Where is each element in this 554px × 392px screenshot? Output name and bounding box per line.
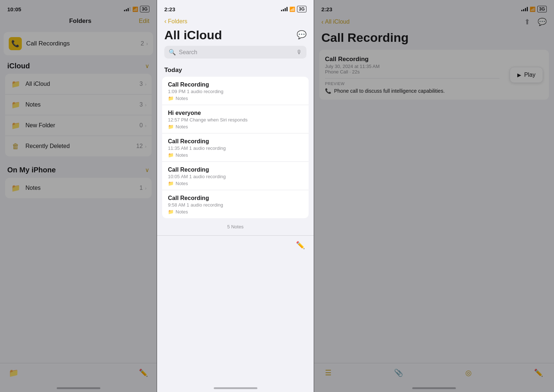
status-time-2: 2:23 — [164, 6, 175, 12]
note-row-0[interactable]: Call Recording 1:09 PM 1 audio recording… — [162, 77, 309, 105]
folder-icon-all-icloud: 📁 — [10, 79, 21, 89]
note-title-4: Call Recording — [168, 195, 303, 201]
note-folder-row-3: 📁 Notes — [168, 181, 303, 186]
status-icons-3: 📶 3G — [521, 6, 547, 12]
status-bar-2: 2:23 📶 3G — [157, 0, 314, 16]
edit-button[interactable]: Edit — [139, 17, 149, 25]
folder-row-recently-deleted[interactable]: 🗑 Recently Deleted 12 › — [5, 136, 152, 156]
note-title-1: Hi everyone — [168, 110, 303, 116]
folder-count-all-icloud: 3 — [140, 81, 143, 87]
folder-row-new-folder[interactable]: 📁 New Folder 0 › — [5, 115, 152, 136]
folder-chevron-all-icloud: › — [145, 81, 146, 87]
call-recordings-count: 2 — [141, 40, 144, 47]
battery-icon-1: 3G — [140, 6, 149, 12]
folder-count-new-folder: 0 — [140, 122, 143, 129]
icloud-folder-list: 📁 All iCloud 3 › 📁 Notes 3 › 📁 New Folde… — [5, 74, 152, 156]
panel-all-icloud: 2:23 📶 3G ‹ Folders All iCloud 💬 🔍 Searc… — [157, 0, 314, 392]
mic-icon-2[interactable]: 🎙 — [296, 49, 302, 56]
note-title-2: Call Recording — [168, 138, 303, 145]
folder-name-on-my-phone-notes: Notes — [25, 185, 140, 191]
note-folder-name-3: Notes — [176, 181, 188, 186]
new-note-icon-2[interactable]: ✏️ — [296, 241, 305, 249]
on-my-phone-section-chevron[interactable]: ∨ — [145, 167, 149, 173]
folder-row-all-icloud[interactable]: 📁 All iCloud 3 › — [5, 74, 152, 95]
icloud-section-title: iCloud — [7, 62, 30, 70]
panel3-header: ‹ All iCloud ⬆ 💬 — [314, 16, 554, 29]
note-row-3[interactable]: Call Recording 10:05 AM 1 audio recordin… — [162, 162, 309, 190]
search-icon-2: 🔍 — [169, 49, 176, 56]
note-folder-name-0: Notes — [176, 96, 188, 101]
play-button[interactable]: ▶ Play — [510, 67, 543, 83]
back-chevron-2[interactable]: ‹ — [164, 17, 166, 25]
back-chevron-3[interactable]: ‹ — [321, 18, 324, 26]
play-triangle-icon: ▶ — [517, 72, 521, 78]
call-recordings-label: Call Recordings — [26, 40, 141, 47]
note-detail-type: Phone Call · 22s — [325, 69, 499, 75]
note-detail-title: Call Recording — [325, 56, 499, 63]
checklist-icon-3[interactable]: ☰ — [325, 368, 332, 377]
home-indicator-1 — [57, 387, 100, 389]
icloud-section: iCloud ∨ 📁 All iCloud 3 › 📁 Notes 3 › 📁 … — [0, 55, 157, 363]
folder-count-notes: 3 — [140, 101, 143, 108]
battery-icon-2: 3G — [297, 6, 306, 12]
status-bar-3: 2:23 📶 3G — [314, 0, 554, 16]
note-row-2[interactable]: Call Recording 11:35 AM 1 audio recordin… — [162, 133, 309, 162]
folder-count-recently-deleted: 12 — [136, 143, 143, 149]
icloud-section-chevron[interactable]: ∨ — [145, 63, 149, 69]
today-text: Today — [164, 67, 182, 73]
folder-chevron-recently-deleted: › — [145, 144, 146, 149]
note-detail-divider — [325, 78, 499, 79]
search-bar-2[interactable]: 🔍 Search 🎙 — [164, 46, 306, 59]
folder-name-notes: Notes — [25, 101, 140, 108]
folder-name-recently-deleted: Recently Deleted — [25, 143, 136, 149]
note-meta-2: 11:35 AM 1 audio recording — [168, 145, 303, 151]
folder-icon-note-1: 📁 — [168, 124, 174, 129]
note-detail-preview: 📞 Phone call to discuss full intelligenc… — [325, 88, 499, 94]
preview-text: Phone call to discuss full intelligence … — [334, 88, 445, 94]
folder-row-notes[interactable]: 📁 Notes 3 › — [5, 95, 152, 115]
more-icon-3[interactable]: 💬 — [538, 17, 547, 26]
status-icons-1: 📶 3G — [124, 6, 149, 12]
folders-title: Folders — [22, 17, 139, 25]
panel-call-recording-detail: 2:23 📶 3G ‹ All iCloud ⬆ 💬 Call Recordin… — [314, 0, 554, 392]
call-recordings-chevron: › — [146, 41, 148, 47]
on-my-phone-folder-list: 📁 Notes 1 › — [5, 178, 152, 198]
note-detail-card: Call Recording July 30, 2024 at 11:35 AM… — [319, 50, 549, 100]
signal-bars-1 — [124, 7, 131, 11]
home-indicator-3 — [412, 387, 456, 389]
folder-icon-note-2: 📁 — [168, 152, 174, 158]
notes-count: 5 Notes — [157, 218, 314, 235]
status-bar-1: 10:05 📶 3G — [0, 0, 157, 16]
folder-row-on-my-phone-notes[interactable]: 📁 Notes 1 › — [5, 178, 152, 198]
note-meta-4: 9:58 AM 1 audio recording — [168, 202, 303, 208]
call-recordings-row[interactable]: 📞 Call Recordings 2 › — [4, 32, 153, 55]
folder-icon-on-my-phone-notes: 📁 — [10, 183, 21, 193]
compose-icon-3[interactable]: ✏️ — [534, 368, 543, 377]
note-meta-3: 10:05 AM 1 audio recording — [168, 174, 303, 179]
attachment-icon-3[interactable]: 📎 — [394, 368, 403, 377]
compose-icon-2[interactable]: 💬 — [297, 30, 306, 40]
note-folder-row-1: 📁 Notes — [168, 124, 303, 129]
panel-folders: 10:05 📶 3G Folders Edit 📞 Call Recording… — [0, 0, 157, 392]
notes-card: Call Recording 1:09 PM 1 audio recording… — [162, 77, 309, 218]
note-meta-0: 1:09 PM 1 audio recording — [168, 89, 303, 94]
wifi-icon-1: 📶 — [132, 7, 138, 12]
new-note-icon[interactable]: ✏️ — [139, 368, 148, 377]
signal-bars-3 — [521, 7, 528, 11]
back-label-2[interactable]: Folders — [168, 18, 187, 25]
signal-bars-2 — [281, 7, 288, 11]
folder-icon-note-4: 📁 — [168, 209, 174, 215]
folder-name-new-folder: New Folder — [25, 122, 140, 129]
note-folder-row-4: 📁 Notes — [168, 209, 303, 215]
note-row-1[interactable]: Hi everyone 12:57 PM Change when Siri re… — [162, 105, 309, 133]
back-label-3[interactable]: All iCloud — [325, 19, 350, 25]
location-icon-3[interactable]: ◎ — [465, 368, 471, 377]
search-placeholder-2: Search — [179, 49, 296, 56]
folder-chevron-notes: › — [145, 102, 146, 108]
new-folder-icon[interactable]: 📁 — [9, 368, 19, 378]
note-meta-1: 12:57 PM Change when Siri responds — [168, 117, 303, 123]
note-row-4[interactable]: Call Recording 9:58 AM 1 audio recording… — [162, 190, 309, 218]
share-icon-3[interactable]: ⬆ — [524, 17, 530, 26]
folder-name-all-icloud: All iCloud — [25, 81, 140, 87]
note-folder-name-2: Notes — [176, 152, 188, 158]
